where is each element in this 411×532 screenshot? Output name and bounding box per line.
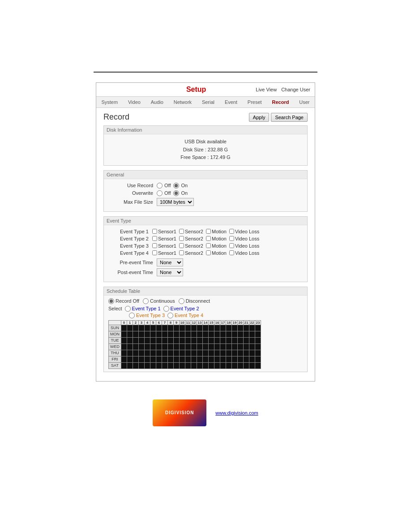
et3-sensor1-label[interactable]: Sensor1 <box>152 243 176 249</box>
et4-sensor2-label[interactable]: Sensor2 <box>179 250 203 256</box>
sched-et1-label[interactable]: Event Type 1 <box>125 306 161 312</box>
cell-fri-1[interactable] <box>127 356 133 362</box>
sched-et4-radio[interactable] <box>167 313 173 318</box>
cell-wed-15[interactable] <box>209 343 214 350</box>
use-record-off-radio[interactable] <box>157 183 163 189</box>
cell-sat-2[interactable] <box>133 362 139 369</box>
cell-mon-16[interactable] <box>214 331 220 337</box>
et3-videoloss-label[interactable]: Video Loss <box>229 243 259 249</box>
footer-link[interactable]: www.digivision.com <box>215 410 258 416</box>
et2-sensor2-cb[interactable] <box>179 236 184 241</box>
cell-sat-20[interactable] <box>238 362 244 369</box>
cell-thu-8[interactable] <box>168 350 174 356</box>
cell-mon-13[interactable] <box>197 331 203 337</box>
et4-videoloss-label[interactable]: Video Loss <box>229 250 259 256</box>
cell-sat-3[interactable] <box>139 362 145 369</box>
cell-fri-22[interactable] <box>249 356 255 362</box>
cell-thu-20[interactable] <box>238 350 244 356</box>
cell-fri-11[interactable] <box>185 356 191 362</box>
cell-wed-8[interactable] <box>168 343 174 350</box>
cell-sat-15[interactable] <box>209 362 214 369</box>
cell-sun-7[interactable] <box>162 325 168 331</box>
sched-et2-label[interactable]: Event Type 2 <box>163 306 199 312</box>
cell-thu-18[interactable] <box>226 350 232 356</box>
max-file-size-select[interactable]: 100M bytes 200M bytes 500M bytes 1G byte… <box>157 198 194 206</box>
cell-fri-12[interactable] <box>191 356 197 362</box>
cell-sat-8[interactable] <box>168 362 174 369</box>
cell-thu-10[interactable] <box>180 350 185 356</box>
cell-tue-16[interactable] <box>214 337 220 343</box>
cell-tue-23[interactable] <box>255 337 261 343</box>
cell-thu-5[interactable] <box>150 350 156 356</box>
cell-mon-12[interactable] <box>191 331 197 337</box>
cell-sun-15[interactable] <box>209 325 214 331</box>
cell-mon-15[interactable] <box>209 331 214 337</box>
change-user-link[interactable]: Change User <box>281 87 310 92</box>
cell-wed-17[interactable] <box>220 343 226 350</box>
cell-wed-16[interactable] <box>214 343 220 350</box>
cell-wed-20[interactable] <box>238 343 244 350</box>
cell-sun-20[interactable] <box>238 325 244 331</box>
cell-thu-7[interactable] <box>162 350 168 356</box>
cell-thu-6[interactable] <box>156 350 162 356</box>
sched-et3-label[interactable]: Event Type 3 <box>129 313 165 318</box>
cell-mon-23[interactable] <box>255 331 261 337</box>
cell-sat-10[interactable] <box>180 362 185 369</box>
cell-sat-9[interactable] <box>174 362 180 369</box>
cell-tue-11[interactable] <box>185 337 191 343</box>
et2-motion-label[interactable]: Motion <box>206 236 227 241</box>
cell-thu-22[interactable] <box>249 350 255 356</box>
cell-tue-1[interactable] <box>127 337 133 343</box>
cell-fri-4[interactable] <box>145 356 150 362</box>
et1-sensor2-cb[interactable] <box>179 229 184 234</box>
cell-fri-8[interactable] <box>168 356 174 362</box>
cell-wed-14[interactable] <box>203 343 209 350</box>
cell-sat-1[interactable] <box>127 362 133 369</box>
cell-tue-4[interactable] <box>145 337 150 343</box>
cell-fri-3[interactable] <box>139 356 145 362</box>
cell-fri-17[interactable] <box>220 356 226 362</box>
cell-mon-4[interactable] <box>145 331 150 337</box>
cell-sat-4[interactable] <box>145 362 150 369</box>
et3-sensor2-cb[interactable] <box>179 243 184 248</box>
et4-sensor2-cb[interactable] <box>179 250 184 255</box>
cell-tue-14[interactable] <box>203 337 209 343</box>
et2-videoloss-cb[interactable] <box>229 236 234 241</box>
cell-sat-0[interactable] <box>121 362 127 369</box>
nav-video[interactable]: Video <box>125 99 143 106</box>
cell-mon-14[interactable] <box>203 331 209 337</box>
cell-wed-1[interactable] <box>127 343 133 350</box>
cell-sat-18[interactable] <box>226 362 232 369</box>
cell-wed-19[interactable] <box>232 343 238 350</box>
cell-thu-13[interactable] <box>197 350 203 356</box>
cell-sun-4[interactable] <box>145 325 150 331</box>
cell-mon-0[interactable] <box>121 331 127 337</box>
overwrite-on-label[interactable]: On <box>173 190 188 196</box>
cell-wed-7[interactable] <box>162 343 168 350</box>
cell-tue-8[interactable] <box>168 337 174 343</box>
cell-thu-0[interactable] <box>121 350 127 356</box>
cell-sat-16[interactable] <box>214 362 220 369</box>
cell-thu-15[interactable] <box>209 350 214 356</box>
nav-network[interactable]: Network <box>171 99 194 106</box>
et1-sensor2-label[interactable]: Sensor2 <box>179 229 203 234</box>
cell-mon-21[interactable] <box>244 331 249 337</box>
nav-user[interactable]: User <box>296 99 312 106</box>
cell-wed-22[interactable] <box>249 343 255 350</box>
cell-wed-13[interactable] <box>197 343 203 350</box>
cell-sat-6[interactable] <box>156 362 162 369</box>
cell-thu-19[interactable] <box>232 350 238 356</box>
cell-sat-21[interactable] <box>244 362 249 369</box>
cell-thu-12[interactable] <box>191 350 197 356</box>
cell-sun-17[interactable] <box>220 325 226 331</box>
cell-fri-14[interactable] <box>203 356 209 362</box>
cell-fri-13[interactable] <box>197 356 203 362</box>
cell-sat-19[interactable] <box>232 362 238 369</box>
cell-fri-15[interactable] <box>209 356 214 362</box>
et1-sensor1-cb[interactable] <box>152 229 157 234</box>
cell-sat-22[interactable] <box>249 362 255 369</box>
cell-sun-13[interactable] <box>197 325 203 331</box>
cell-wed-10[interactable] <box>180 343 185 350</box>
cell-tue-3[interactable] <box>139 337 145 343</box>
cell-mon-6[interactable] <box>156 331 162 337</box>
